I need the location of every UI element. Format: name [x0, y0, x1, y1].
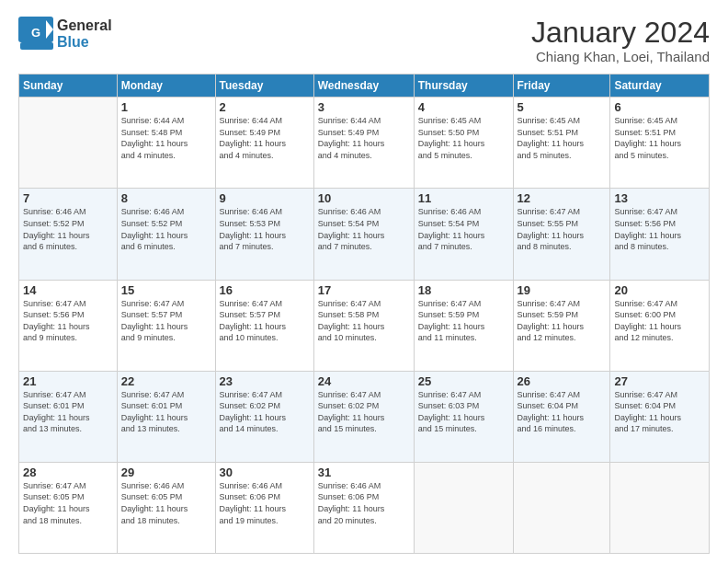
day-info: Sunrise: 6:47 AM Sunset: 5:56 PM Dayligh…	[614, 206, 705, 252]
day-info: Sunrise: 6:47 AM Sunset: 6:05 PM Dayligh…	[23, 480, 113, 526]
table-cell	[513, 462, 610, 553]
table-cell: 1Sunrise: 6:44 AM Sunset: 5:48 PM Daylig…	[117, 98, 215, 189]
day-number: 9	[220, 191, 310, 205]
table-cell: 22Sunrise: 6:47 AM Sunset: 6:01 PM Dayli…	[117, 371, 215, 462]
day-number: 2	[220, 100, 310, 114]
table-cell: 23Sunrise: 6:47 AM Sunset: 6:02 PM Dayli…	[215, 371, 313, 462]
table-cell	[610, 462, 710, 553]
table-cell: 27Sunrise: 6:47 AM Sunset: 6:04 PM Dayli…	[610, 371, 710, 462]
day-info: Sunrise: 6:46 AM Sunset: 5:52 PM Dayligh…	[121, 206, 211, 252]
table-cell	[414, 462, 513, 553]
day-info: Sunrise: 6:44 AM Sunset: 5:49 PM Dayligh…	[318, 115, 410, 161]
col-thursday: Thursday	[414, 75, 513, 98]
day-number: 24	[318, 374, 410, 388]
day-number: 12	[518, 191, 607, 205]
day-info: Sunrise: 6:45 AM Sunset: 5:50 PM Dayligh…	[418, 115, 509, 161]
day-number: 11	[418, 191, 509, 205]
day-number: 20	[614, 283, 705, 297]
day-number: 28	[23, 465, 113, 479]
svg-text:G: G	[31, 26, 40, 40]
logo: G General Blue	[18, 17, 112, 52]
day-info: Sunrise: 6:46 AM Sunset: 6:05 PM Dayligh…	[121, 480, 211, 526]
day-number: 13	[614, 191, 705, 205]
day-number: 19	[518, 283, 607, 297]
day-number: 5	[518, 100, 607, 114]
day-number: 16	[220, 283, 310, 297]
table-row: 1Sunrise: 6:44 AM Sunset: 5:48 PM Daylig…	[19, 98, 710, 189]
table-cell: 6Sunrise: 6:45 AM Sunset: 5:51 PM Daylig…	[610, 98, 710, 189]
day-number: 14	[23, 283, 113, 297]
day-info: Sunrise: 6:47 AM Sunset: 6:01 PM Dayligh…	[121, 389, 211, 435]
table-row: 14Sunrise: 6:47 AM Sunset: 5:56 PM Dayli…	[19, 280, 710, 371]
header: G General Blue January 2024 Chiang Khan,…	[18, 17, 710, 64]
table-cell: 4Sunrise: 6:45 AM Sunset: 5:50 PM Daylig…	[414, 98, 513, 189]
day-number: 29	[121, 465, 211, 479]
table-cell: 28Sunrise: 6:47 AM Sunset: 6:05 PM Dayli…	[19, 462, 118, 553]
table-cell: 16Sunrise: 6:47 AM Sunset: 5:57 PM Dayli…	[215, 280, 313, 371]
day-number: 26	[518, 374, 607, 388]
col-monday: Monday	[117, 75, 215, 98]
table-cell: 3Sunrise: 6:44 AM Sunset: 5:49 PM Daylig…	[313, 98, 414, 189]
day-number: 23	[220, 374, 310, 388]
table-cell: 15Sunrise: 6:47 AM Sunset: 5:57 PM Dayli…	[117, 280, 215, 371]
col-wednesday: Wednesday	[313, 75, 414, 98]
table-cell: 18Sunrise: 6:47 AM Sunset: 5:59 PM Dayli…	[414, 280, 513, 371]
table-row: 7Sunrise: 6:46 AM Sunset: 5:52 PM Daylig…	[19, 189, 710, 280]
table-cell: 21Sunrise: 6:47 AM Sunset: 6:01 PM Dayli…	[19, 371, 118, 462]
calendar-table: Sunday Monday Tuesday Wednesday Thursday…	[18, 74, 710, 554]
month-title: January 2024	[531, 17, 710, 49]
day-number: 3	[318, 100, 410, 114]
table-cell: 20Sunrise: 6:47 AM Sunset: 6:00 PM Dayli…	[610, 280, 710, 371]
day-number: 7	[23, 191, 113, 205]
table-cell: 12Sunrise: 6:47 AM Sunset: 5:55 PM Dayli…	[513, 189, 610, 280]
page: G General Blue January 2024 Chiang Khan,…	[0, 0, 728, 563]
day-info: Sunrise: 6:47 AM Sunset: 6:01 PM Dayligh…	[23, 389, 113, 435]
day-info: Sunrise: 6:44 AM Sunset: 5:49 PM Dayligh…	[220, 115, 310, 161]
day-number: 25	[418, 374, 509, 388]
day-number: 10	[318, 191, 410, 205]
table-cell: 2Sunrise: 6:44 AM Sunset: 5:49 PM Daylig…	[215, 98, 313, 189]
day-number: 4	[418, 100, 509, 114]
table-cell: 17Sunrise: 6:47 AM Sunset: 5:58 PM Dayli…	[313, 280, 414, 371]
day-number: 22	[121, 374, 211, 388]
day-info: Sunrise: 6:47 AM Sunset: 5:56 PM Dayligh…	[23, 298, 113, 344]
col-sunday: Sunday	[19, 75, 118, 98]
table-cell: 29Sunrise: 6:46 AM Sunset: 6:05 PM Dayli…	[117, 462, 215, 553]
day-info: Sunrise: 6:47 AM Sunset: 6:03 PM Dayligh…	[418, 389, 509, 435]
table-cell	[19, 98, 118, 189]
day-info: Sunrise: 6:47 AM Sunset: 6:04 PM Dayligh…	[518, 389, 607, 435]
col-saturday: Saturday	[610, 75, 710, 98]
day-number: 30	[220, 465, 310, 479]
day-info: Sunrise: 6:45 AM Sunset: 5:51 PM Dayligh…	[518, 115, 607, 161]
table-cell: 10Sunrise: 6:46 AM Sunset: 5:54 PM Dayli…	[313, 189, 414, 280]
day-number: 8	[121, 191, 211, 205]
day-info: Sunrise: 6:47 AM Sunset: 6:02 PM Dayligh…	[220, 389, 310, 435]
table-row: 21Sunrise: 6:47 AM Sunset: 6:01 PM Dayli…	[19, 371, 710, 462]
table-cell: 11Sunrise: 6:46 AM Sunset: 5:54 PM Dayli…	[414, 189, 513, 280]
day-info: Sunrise: 6:47 AM Sunset: 5:55 PM Dayligh…	[518, 206, 607, 252]
day-info: Sunrise: 6:45 AM Sunset: 5:51 PM Dayligh…	[614, 115, 705, 161]
day-number: 1	[121, 100, 211, 114]
logo-blue: Blue	[57, 34, 112, 51]
title-section: January 2024 Chiang Khan, Loei, Thailand	[531, 17, 710, 64]
day-number: 15	[121, 283, 211, 297]
table-cell: 25Sunrise: 6:47 AM Sunset: 6:03 PM Dayli…	[414, 371, 513, 462]
table-cell: 19Sunrise: 6:47 AM Sunset: 5:59 PM Dayli…	[513, 280, 610, 371]
day-info: Sunrise: 6:46 AM Sunset: 6:06 PM Dayligh…	[318, 480, 410, 526]
location: Chiang Khan, Loei, Thailand	[531, 49, 710, 64]
table-row: 28Sunrise: 6:47 AM Sunset: 6:05 PM Dayli…	[19, 462, 710, 553]
day-number: 21	[23, 374, 113, 388]
day-number: 17	[318, 283, 410, 297]
day-number: 31	[318, 465, 410, 479]
day-info: Sunrise: 6:47 AM Sunset: 6:00 PM Dayligh…	[614, 298, 705, 344]
day-number: 18	[418, 283, 509, 297]
day-info: Sunrise: 6:47 AM Sunset: 6:02 PM Dayligh…	[318, 389, 410, 435]
table-cell: 26Sunrise: 6:47 AM Sunset: 6:04 PM Dayli…	[513, 371, 610, 462]
day-info: Sunrise: 6:44 AM Sunset: 5:48 PM Dayligh…	[121, 115, 211, 161]
logo-text: General Blue	[57, 17, 112, 50]
col-tuesday: Tuesday	[215, 75, 313, 98]
col-friday: Friday	[513, 75, 610, 98]
day-info: Sunrise: 6:46 AM Sunset: 5:53 PM Dayligh…	[220, 206, 310, 252]
table-cell: 31Sunrise: 6:46 AM Sunset: 6:06 PM Dayli…	[313, 462, 414, 553]
table-cell: 8Sunrise: 6:46 AM Sunset: 5:52 PM Daylig…	[117, 189, 215, 280]
